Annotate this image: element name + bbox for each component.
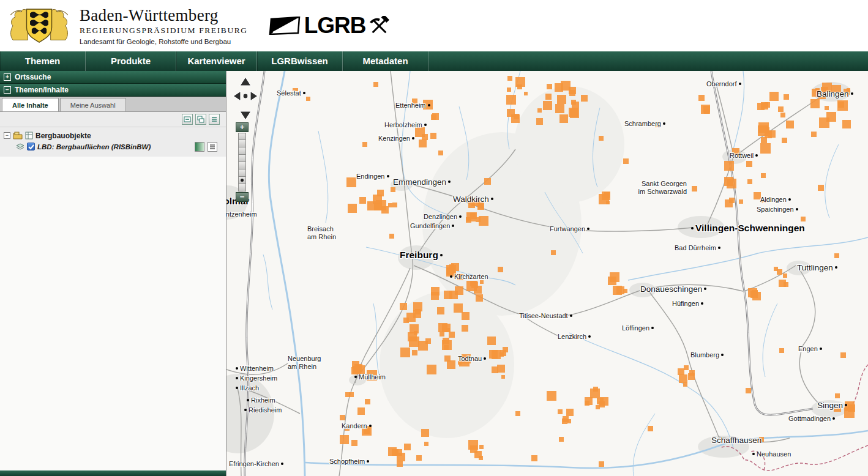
site-title: Baden-Württemberg [80,6,248,25]
map-label-schopfheim: Schopfheim [329,458,371,466]
legend-all-button[interactable] [209,114,220,125]
tree-group-label[interactable]: Bergbauobjekte [36,132,91,140]
tree-layer-label[interactable]: LBD: Bergbauflächen (RISBinBW) [37,143,151,151]
tree-expander-icon[interactable]: − [4,132,10,139]
map-label-schaffhausen: Schaffhausen [711,436,761,445]
map-label-schramberg: Schramberg [624,120,667,128]
main-nav: Themen Produkte Kartenviewer LGRBwissen … [0,51,868,71]
expand-icon[interactable]: + [4,73,11,81]
zoom-in-button[interactable]: + [236,122,249,132]
refresh-layers-button[interactable] [195,114,206,125]
city-dot [354,376,357,378]
map-label-freiburg: Freiburg [400,250,444,261]
city-dot [739,83,741,85]
legend-button[interactable] [208,142,217,152]
zoom-level-segment[interactable] [238,133,246,140]
zoom-control: + − [236,122,249,202]
zoom-level-segment[interactable] [238,140,246,147]
site-department: Landesamt für Geologie, Rohstoffe und Be… [80,38,248,45]
layer-row-buttons [195,142,217,152]
map-label-emmendingen: Emmendingen [393,177,452,187]
map-label-donaueschingen: Donaueschingen [640,284,708,294]
city-dot [491,198,493,200]
map-label-neuhausen: Neuhausen [750,450,791,458]
city-dot [796,208,798,210]
zoom-level-segment[interactable] [238,177,246,184]
tab-meine-auswahl[interactable]: Meine Auswahl [60,98,126,111]
header-text-block: Baden-Württemberg REGIERUNGSPRÄSIDIUM FR… [80,6,248,45]
map-label-herbolzheim: Herbolzheim [384,121,428,129]
lgrb-flag-icon [269,17,301,35]
city-dot [845,404,847,406]
zoom-level-segment[interactable] [238,162,246,169]
map-label-kirchzarten: Kirchzarten [448,273,488,281]
panel-ortssuche-title: Ortssuche [15,73,51,81]
tree-toolbar [0,112,226,127]
nav-themen[interactable]: Themen [0,51,86,71]
layer-checkbox[interactable] [27,143,35,151]
city-dot [755,154,758,157]
zoom-level-segment[interactable] [238,155,246,162]
grid-icon [25,132,33,139]
city-dot [752,453,755,455]
collapse-all-button[interactable] [182,114,193,125]
city-dot [851,92,853,95]
city-dot [387,175,389,177]
lgrb-logo-text: LGRB [304,13,366,39]
zoom-out-button[interactable]: − [236,192,249,202]
zoom-level-segment[interactable] [238,169,246,177]
map-label-riedisheim: Riedisheim [242,406,282,414]
map-label-denzlingen: Denzlingen [424,213,463,221]
city-dot [691,227,694,229]
city-dot [244,409,247,411]
pan-control[interactable] [231,76,260,121]
zoom-level-segment[interactable] [238,184,246,192]
panel-themen-inhalte-header[interactable]: − Themen/Inhalte [0,84,226,97]
map-label-villingen-schwenningen: Villingen-Schwenningen [689,223,805,234]
folder-icon [13,132,23,139]
site-subtitle: REGIERUNGSPRÄSIDIUM FREIBURG [80,26,248,35]
collapse-icon[interactable]: − [4,86,11,94]
map-viewport[interactable]: SélestatEttenheimHerbolzheimKenzingenEnd… [226,71,868,476]
sidebar: + Ortssuche − Themen/Inhalte Alle Inhalt… [0,71,226,476]
panel-themen-inhalte-title: Themen/Inhalte [15,86,69,94]
lgrb-logo[interactable]: LGRB [269,13,389,39]
panel-ortssuche-header[interactable]: + Ortssuche [0,71,226,84]
transparency-button[interactable] [195,142,204,152]
map-label-s-lestat: Sélestat [277,89,307,97]
nav-kartenviewer[interactable]: Kartenviewer [176,51,257,71]
content-area: + Ortssuche − Themen/Inhalte Alle Inhalt… [0,71,868,476]
map-label-oberndorf: Oberndorf [706,80,743,88]
city-dot [452,225,454,227]
nav-produkte[interactable]: Produkte [86,51,176,71]
map-label-hüfingen: Hüfingen [672,300,705,308]
map-label-waldkirch: Waldkirch [453,195,495,204]
map-label-aldingen: Aldingen [760,196,793,204]
hammer-and-pick-icon [369,16,389,35]
collapse-all-icon [184,116,191,123]
check-icon [28,144,34,150]
map-label-gottmadingen: Gottmadingen [788,415,837,423]
nav-metadaten[interactable]: Metadaten [343,51,428,71]
layers-icon [16,143,24,151]
tab-alle-inhalte[interactable]: Alle Inhalte [2,98,59,111]
map-label-todtnau: Todtnau [458,355,488,363]
map-label-endingen: Endingen [356,173,391,180]
city-dot [835,266,837,269]
map-label-ettenheim: Ettenheim [395,102,432,110]
city-dot [788,198,791,201]
pan-arrows-icon [231,76,260,121]
map-label-breisach-am-rhein: Breisach am Rhein [307,225,336,241]
city-dot [412,137,414,139]
city-dot [704,288,706,290]
city-dot [236,367,238,370]
sidebar-bottom-bar [0,470,226,476]
coat-of-arms-graphic [5,4,73,47]
nav-lgrbwissen[interactable]: LGRBwissen [257,51,343,71]
city-dot [367,460,369,463]
zoom-slider[interactable] [238,133,246,192]
map-label-kandern: Kandern [342,422,373,430]
zoom-level-segment[interactable] [238,147,246,155]
city-dot [424,124,427,126]
city-dot [247,399,249,401]
